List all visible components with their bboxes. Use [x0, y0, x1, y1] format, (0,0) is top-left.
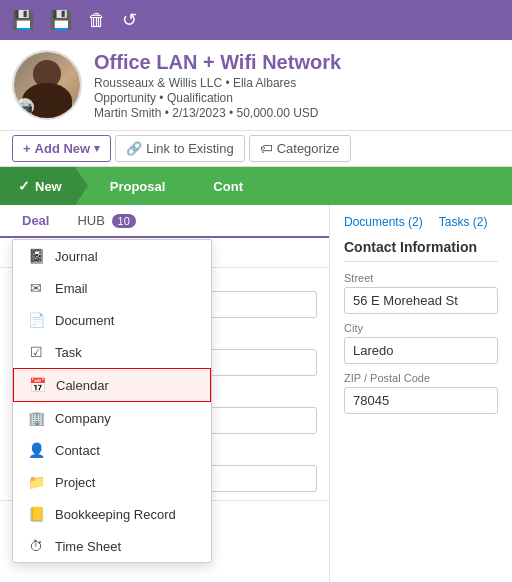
- menu-item-task[interactable]: ☑ Task: [13, 336, 211, 368]
- header-sub3: Martin Smith • 2/13/2023 • 50,000.00 USD: [94, 106, 500, 120]
- tab-documents[interactable]: Documents (2): [344, 215, 423, 229]
- project-icon: 📁: [27, 474, 45, 490]
- save-icon[interactable]: 💾: [12, 9, 34, 31]
- menu-item-document[interactable]: 📄 Document: [13, 304, 211, 336]
- toolbar: 💾 💾 🗑 ↺: [0, 0, 512, 40]
- contact-label: Contact: [55, 443, 100, 458]
- zip-input[interactable]: 78045: [344, 387, 498, 414]
- contact-icon: 👤: [27, 442, 45, 458]
- link-icon: 🔗: [126, 141, 142, 156]
- zip-field-group: ZIP / Postal Code 78045: [344, 372, 498, 414]
- project-label: Project: [55, 475, 95, 490]
- document-label: Document: [55, 313, 114, 328]
- email-icon: ✉: [27, 280, 45, 296]
- pipeline-step-proposal[interactable]: Proposal: [84, 167, 180, 205]
- journal-label: Journal: [55, 249, 98, 264]
- pipeline-proposal-label: Proposal: [110, 179, 166, 194]
- record-header: 📷 Office LAN + Wifi Network Rousseaux & …: [0, 40, 512, 131]
- hub-tab-label: HUB: [77, 213, 104, 228]
- dropdown-menu: 📓 Journal ✉ Email 📄 Document ☑ Task 📅 Ca…: [12, 239, 212, 563]
- menu-item-project[interactable]: 📁 Project: [13, 466, 211, 498]
- pipeline-step-cont[interactable]: Cont: [187, 167, 257, 205]
- tag-icon: 🏷: [260, 141, 273, 156]
- bookkeeping-label: Bookkeeping Record: [55, 507, 176, 522]
- pipeline-cont-label: Cont: [213, 179, 243, 194]
- timesheet-icon: ⏱: [27, 538, 45, 554]
- record-title: Office LAN + Wifi Network: [94, 51, 500, 74]
- action-bar: + Add New ▾ 🔗 Link to Existing 🏷 Categor…: [0, 131, 512, 167]
- email-menu-label: Email: [55, 281, 88, 296]
- menu-item-bookkeeping[interactable]: 📒 Bookkeeping Record: [13, 498, 211, 530]
- menu-item-timesheet[interactable]: ⏱ Time Sheet: [13, 530, 211, 562]
- menu-item-calendar[interactable]: 📅 Calendar: [13, 368, 211, 402]
- street-input[interactable]: 56 E Morehead St: [344, 287, 498, 314]
- calendar-label: Calendar: [56, 378, 109, 393]
- hub-badge: 10: [112, 214, 136, 228]
- link-to-existing-button[interactable]: 🔗 Link to Existing: [115, 135, 244, 162]
- document-icon: 📄: [27, 312, 45, 328]
- menu-item-email[interactable]: ✉ Email: [13, 272, 211, 304]
- categorize-label: Categorize: [277, 141, 340, 156]
- categorize-button[interactable]: 🏷 Categorize: [249, 135, 351, 162]
- pipeline-spacer: [257, 167, 512, 205]
- task-icon: ☑: [27, 344, 45, 360]
- tab-tasks[interactable]: Tasks (2): [439, 215, 488, 229]
- camera-icon[interactable]: 📷: [16, 98, 34, 116]
- contact-info-title: Contact Information: [344, 239, 498, 262]
- link-label: Link to Existing: [146, 141, 233, 156]
- menu-item-company[interactable]: 🏢 Company: [13, 402, 211, 434]
- cursor-icon: ▾: [94, 142, 100, 155]
- timesheet-label: Time Sheet: [55, 539, 121, 554]
- pipeline-bar: ✓ New Proposal Cont: [0, 167, 512, 205]
- deal-tabs: Deal HUB 10: [0, 205, 329, 238]
- refresh-icon[interactable]: ↺: [122, 9, 137, 31]
- plus-icon: +: [23, 141, 31, 156]
- deal-tab-label: Deal: [22, 213, 49, 228]
- header-sub2: Opportunity • Qualification: [94, 91, 500, 105]
- right-tab-bar: Documents (2) Tasks (2): [344, 215, 498, 229]
- zip-label: ZIP / Postal Code: [344, 372, 498, 384]
- delete-icon[interactable]: 🗑: [88, 10, 106, 31]
- street-label: Street: [344, 272, 498, 284]
- save2-icon[interactable]: 💾: [50, 9, 72, 31]
- pipeline-new-label: New: [35, 179, 62, 194]
- bookkeeping-icon: 📒: [27, 506, 45, 522]
- company-label: Company: [55, 411, 111, 426]
- tab-hub[interactable]: HUB 10: [65, 205, 147, 238]
- main-content: Deal HUB 10 Basic Information Name Offic…: [0, 205, 512, 582]
- add-new-label: Add New: [35, 141, 91, 156]
- checkmark-icon: ✓: [18, 178, 30, 194]
- tab-deal[interactable]: Deal: [10, 205, 61, 238]
- task-label: Task: [55, 345, 82, 360]
- city-label: City: [344, 322, 498, 334]
- journal-icon: 📓: [27, 248, 45, 264]
- header-sub1: Rousseaux & Willis LLC • Ella Albares: [94, 76, 500, 90]
- right-panel: Documents (2) Tasks (2) Contact Informat…: [330, 205, 512, 582]
- menu-item-contact[interactable]: 👤 Contact: [13, 434, 211, 466]
- company-icon: 🏢: [27, 410, 45, 426]
- street-field-group: Street 56 E Morehead St: [344, 272, 498, 314]
- city-field-group: City Laredo: [344, 322, 498, 364]
- add-new-button[interactable]: + Add New ▾: [12, 135, 111, 162]
- menu-item-journal[interactable]: 📓 Journal: [13, 240, 211, 272]
- avatar[interactable]: 📷: [12, 50, 82, 120]
- city-input[interactable]: Laredo: [344, 337, 498, 364]
- pipeline-step-new[interactable]: ✓ New: [0, 167, 76, 205]
- left-panel: Deal HUB 10 Basic Information Name Offic…: [0, 205, 330, 582]
- calendar-icon: 📅: [28, 377, 46, 393]
